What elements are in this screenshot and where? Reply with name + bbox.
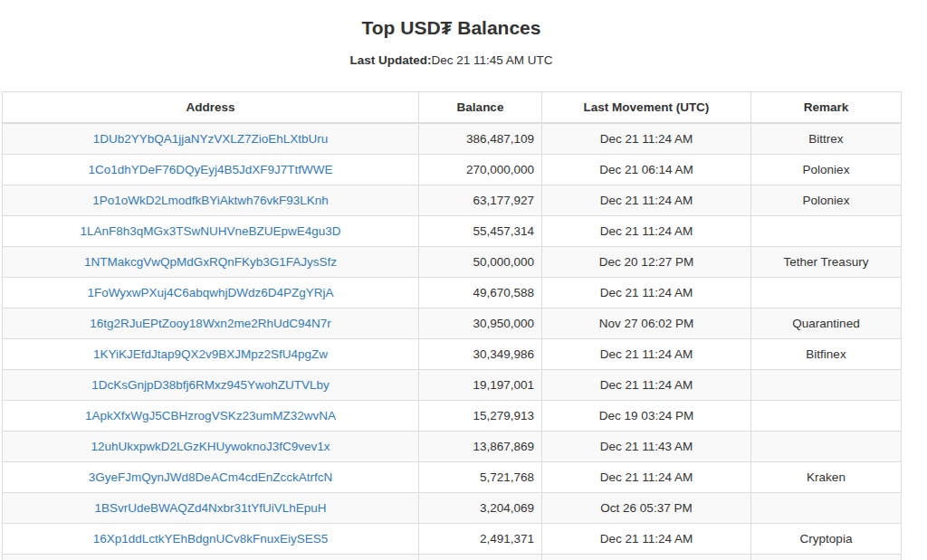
last-updated: Last Updated:Dec 21 11:45 AM UTC — [2, 53, 901, 67]
address-link[interactable]: 1DUb2YYbQA1jjaNYzVXLZ7ZioEhLXtbUru — [93, 132, 329, 146]
balance-cell: 49,670,588 — [419, 278, 542, 308]
remark-cell — [751, 493, 902, 524]
table-row: 3GyeFJmQynJWd8DeACm4cdEnZcckAtrfcN5,721,… — [3, 462, 902, 493]
table-row: 1Co1dhYDeF76DQyEyj4B5JdXF9J7TtfWWE270,00… — [3, 155, 902, 185]
address-cell: 1Po1oWkD2LmodfkBYiAktwh76vkF93LKnh — [3, 185, 419, 216]
last-movement-cell: Dec 21 11:24 AM — [542, 278, 751, 308]
address-link[interactable]: 1Co1dhYDeF76DQyEyj4B5JdXF9J7TtfWWE — [88, 163, 332, 176]
table-row: 1ApkXfxWgJ5CBHzrogVSKz23umMZ32wvNA15,279… — [3, 401, 902, 432]
balance-cell: 5,721,768 — [419, 462, 542, 493]
balance-cell: 2,491,371 — [419, 524, 542, 555]
table-row: 1NTMakcgVwQpMdGxRQnFKyb3G1FAJysSfz50,000… — [3, 247, 902, 278]
address-link[interactable]: 3GyeFJmQynJWd8DeACm4cdEnZcckAtrfcN — [89, 470, 332, 484]
remark-cell — [751, 432, 902, 462]
address-link[interactable]: 1KYiKJEfdJtap9QX2v9BXJMpz2SfU4pgZw — [93, 347, 328, 361]
remark-cell: Kraken — [751, 462, 902, 493]
col-header-last-movement: Last Movement (UTC) — [542, 92, 751, 124]
last-movement-cell: Dec 19 03:24 PM — [542, 401, 751, 432]
col-header-address: Address — [3, 92, 419, 124]
address-link[interactable]: 1FoWyxwPXuj4C6abqwhjDWdz6D4PZgYRjA — [87, 286, 333, 299]
last-movement-cell: Dec 21 11:43 AM — [542, 432, 751, 462]
address-link[interactable]: 1NTMakcgVwQpMdGxRQnFKyb3G1FAJysSfz — [84, 255, 337, 269]
address-link[interactable]: 16tg2RJuEPtZooy18Wxn2me2RhUdC94N7r — [90, 317, 330, 330]
remark-cell: Cryptopia — [751, 524, 902, 555]
last-movement-cell: Dec 21 11:24 AM — [542, 185, 751, 216]
empty-cell — [542, 555, 751, 560]
balances-table: Address Balance Last Movement (UTC) Rema… — [2, 91, 902, 560]
remark-cell: Quarantined — [751, 308, 902, 339]
balance-cell: 63,177,927 — [419, 185, 542, 216]
remark-cell: Bitfinex — [751, 339, 902, 370]
table-row: 1KYiKJEfdJtap9QX2v9BXJMpz2SfU4pgZw30,349… — [3, 339, 902, 370]
balance-cell: 15,279,913 — [419, 401, 542, 432]
last-updated-value: Dec 21 11:45 AM UTC — [431, 53, 552, 67]
last-updated-label: Last Updated: — [349, 53, 431, 67]
address-link[interactable]: 12uhUkxpwkD2LGzKHUywoknoJ3fC9vev1x — [91, 440, 330, 453]
address-cell: 16Xp1ddLctkYEhBdgnUCv8kFnuxEiySES5 — [3, 524, 419, 555]
empty-cell — [419, 555, 542, 560]
balance-cell: 50,000,000 — [419, 247, 542, 278]
remark-cell: Tether Treasury — [751, 247, 902, 278]
balance-cell: 30,349,986 — [419, 339, 542, 370]
remark-cell: Bittrex — [751, 123, 902, 155]
balance-cell: 55,457,314 — [419, 216, 542, 247]
balance-cell: 386,487,109 — [419, 123, 542, 155]
last-movement-cell: Dec 21 06:14 AM — [542, 155, 751, 185]
last-movement-cell: Dec 20 12:27 PM — [542, 247, 751, 278]
table-row: 1DcKsGnjpD38bfj6RMxz945YwohZUTVLby19,197… — [3, 370, 902, 401]
address-cell: 12uhUkxpwkD2LGzKHUywoknoJ3fC9vev1x — [3, 432, 419, 462]
table-row: 1LAnF8h3qMGx3TSwNUHVneBZUEpwE4gu3D55,457… — [3, 216, 902, 247]
last-movement-cell: Dec 21 11:24 AM — [542, 339, 751, 370]
empty-cell — [751, 555, 902, 560]
address-cell: 1NTMakcgVwQpMdGxRQnFKyb3G1FAJysSfz — [3, 247, 419, 278]
address-cell: 1Co1dhYDeF76DQyEyj4B5JdXF9J7TtfWWE — [3, 155, 419, 185]
address-cell: 1KYiKJEfdJtap9QX2v9BXJMpz2SfU4pgZw — [3, 339, 419, 370]
address-cell: 1BSvrUdeBWAQZd4Nxbr31tYfUiVLhEpuH — [3, 493, 419, 524]
remark-cell — [751, 216, 902, 247]
remark-cell — [751, 401, 902, 432]
address-cell: 1FoWyxwPXuj4C6abqwhjDWdz6D4PZgYRjA — [3, 278, 419, 308]
address-link[interactable]: 1LAnF8h3qMGx3TSwNUHVneBZUEpwE4gu3D — [80, 224, 340, 238]
address-link[interactable]: 1Po1oWkD2LmodfkBYiAktwh76vkF93LKnh — [92, 194, 329, 207]
address-cell: 16tg2RJuEPtZooy18Wxn2me2RhUdC94N7r — [3, 308, 419, 339]
last-movement-cell: Dec 21 11:24 AM — [542, 524, 751, 555]
table-row-partial — [3, 555, 902, 560]
balance-cell: 3,204,069 — [419, 493, 542, 524]
last-movement-cell: Dec 21 11:24 AM — [542, 216, 751, 247]
last-movement-cell: Dec 21 11:24 AM — [542, 462, 751, 493]
address-link[interactable]: 1ApkXfxWgJ5CBHzrogVSKz23umMZ32wvNA — [85, 409, 336, 422]
table-header-row: Address Balance Last Movement (UTC) Rema… — [3, 92, 902, 124]
address-cell: 3GyeFJmQynJWd8DeACm4cdEnZcckAtrfcN — [3, 462, 419, 493]
last-movement-cell: Nov 27 06:02 PM — [542, 308, 751, 339]
last-movement-cell: Dec 21 11:24 AM — [542, 370, 751, 401]
table-row: 12uhUkxpwkD2LGzKHUywoknoJ3fC9vev1x13,867… — [3, 432, 902, 462]
balance-cell: 13,867,869 — [419, 432, 542, 462]
table-row: 1DUb2YYbQA1jjaNYzVXLZ7ZioEhLXtbUru386,48… — [3, 123, 902, 155]
last-movement-cell: Oct 26 05:37 PM — [542, 493, 751, 524]
remark-cell — [751, 370, 902, 401]
address-link[interactable]: 1BSvrUdeBWAQZd4Nxbr31tYfUiVLhEpuH — [94, 501, 326, 515]
page-container: Top USD₮ Balances Last Updated:Dec 21 11… — [2, 0, 901, 560]
table-row: 1Po1oWkD2LmodfkBYiAktwh76vkF93LKnh63,177… — [3, 185, 902, 216]
table-row: 16tg2RJuEPtZooy18Wxn2me2RhUdC94N7r30,950… — [3, 308, 902, 339]
remark-cell: Poloniex — [751, 155, 902, 185]
address-cell: 1DcKsGnjpD38bfj6RMxz945YwohZUTVLby — [3, 370, 419, 401]
col-header-balance: Balance — [419, 92, 542, 124]
remark-cell: Poloniex — [751, 185, 902, 216]
balance-cell: 30,950,000 — [419, 308, 542, 339]
remark-cell — [751, 278, 902, 308]
balance-cell: 270,000,000 — [419, 155, 542, 185]
address-link[interactable]: 1DcKsGnjpD38bfj6RMxz945YwohZUTVLby — [91, 378, 330, 392]
address-cell: 1LAnF8h3qMGx3TSwNUHVneBZUEpwE4gu3D — [3, 216, 419, 247]
table-row: 16Xp1ddLctkYEhBdgnUCv8kFnuxEiySES52,491,… — [3, 524, 902, 555]
address-cell: 1DUb2YYbQA1jjaNYzVXLZ7ZioEhLXtbUru — [3, 123, 419, 155]
empty-cell — [3, 555, 419, 560]
last-movement-cell: Dec 21 11:24 AM — [542, 123, 751, 155]
address-link[interactable]: 16Xp1ddLctkYEhBdgnUCv8kFnuxEiySES5 — [93, 532, 329, 546]
balance-cell: 19,197,001 — [419, 370, 542, 401]
page-title: Top USD₮ Balances — [2, 0, 901, 39]
address-cell: 1ApkXfxWgJ5CBHzrogVSKz23umMZ32wvNA — [3, 401, 419, 432]
col-header-remark: Remark — [751, 92, 902, 124]
table-row: 1FoWyxwPXuj4C6abqwhjDWdz6D4PZgYRjA49,670… — [3, 278, 902, 308]
table-row: 1BSvrUdeBWAQZd4Nxbr31tYfUiVLhEpuH3,204,0… — [3, 493, 902, 524]
